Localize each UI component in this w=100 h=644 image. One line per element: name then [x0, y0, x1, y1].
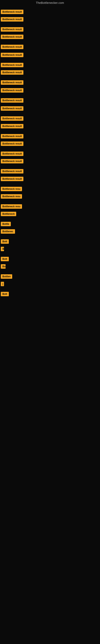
bottleneck-label: Bottleneck result [1, 63, 23, 67]
bottleneck-label: Bottleneck [1, 212, 16, 216]
bottleneck-row: Bottleneck result [1, 17, 23, 22]
bottleneck-label: Bottleneck result [1, 98, 23, 103]
bottleneck-label: Bottleneck result [1, 116, 23, 121]
bottleneck-row: Bottleneck result [1, 106, 23, 112]
bottleneck-label: Bo [1, 264, 6, 269]
bottleneck-row: Bottleneck resu [1, 187, 22, 192]
bottleneck-label: Bott [1, 257, 9, 261]
bottleneck-label: Bottleneck result [1, 45, 23, 49]
site-title: TheBottlenecker.com [0, 0, 100, 6]
bottleneck-label: B [1, 247, 4, 251]
bottleneck-label: Bottleneck resu [1, 194, 22, 199]
bottleneck-row: Bottleneck result [1, 45, 23, 50]
bottleneck-row: Bottleneck result [1, 80, 23, 86]
bottleneck-label: Bottleneck result [1, 80, 23, 85]
bottleneck-row: Bottleneck result [1, 63, 23, 68]
bottleneck-row: Bottleneck result [1, 27, 23, 32]
bottleneck-label: Bottleneck result [1, 159, 23, 164]
bottleneck-label: | [1, 282, 4, 286]
bottleneck-label: Bottleneck result [1, 27, 23, 32]
bottleneck-row: | [1, 282, 4, 287]
bottleneck-row: Bottleneck [1, 212, 16, 217]
bottleneck-label: Bottleneck result [1, 88, 23, 92]
bottleneck-row: B [1, 247, 4, 252]
bottleneck-label: Bottleneck result [1, 10, 23, 14]
bottleneck-row: Bottleneck result [1, 177, 23, 182]
bottleneck-row: Bott [1, 292, 9, 297]
bottleneck-label: Bottlenec [1, 229, 15, 234]
bottleneck-row: Bottleneck result [1, 159, 23, 164]
bottleneck-label: Bottleneck resu [1, 204, 22, 209]
bottleneck-row: Bottleneck result [1, 124, 23, 129]
bottleneck-label: Bottleneck result [1, 17, 23, 22]
bottleneck-row: Bottleneck result [1, 34, 23, 40]
bottleneck-row: Bottleneck result [1, 142, 23, 147]
bottleneck-label: Bottle [1, 222, 11, 226]
bottleneck-row: Bott [1, 239, 9, 244]
bottleneck-row: Bottleneck result [1, 88, 23, 94]
bottleneck-row: Bottleneck result [1, 116, 23, 122]
bottleneck-row: Bottleneck resu [1, 204, 22, 210]
bottleneck-row: Bottlenec [1, 229, 15, 234]
bottleneck-label: Bottleneck result [1, 53, 23, 57]
bottleneck-row: Bottleneck result [1, 53, 23, 58]
site-title-container: TheBottlenecker.com [0, 0, 100, 6]
bottleneck-label: Bottlen [1, 274, 12, 279]
bottleneck-label: Bottleneck result [1, 124, 23, 128]
bottleneck-label: Bott [1, 292, 9, 296]
bottleneck-label: Bottleneck result [1, 177, 23, 181]
bottleneck-label: Bott [1, 239, 9, 244]
bottleneck-label: Bottleneck result [1, 70, 23, 75]
bottleneck-row: Bottleneck result [1, 10, 23, 15]
bottleneck-row: Bottleneck result [1, 98, 23, 104]
bottleneck-label: Bottleneck result [1, 142, 23, 146]
bottleneck-row: Bottleneck result [1, 134, 23, 139]
bottleneck-row: Bott [1, 257, 9, 262]
bottleneck-row: Bottleneck result [1, 70, 23, 76]
bottleneck-row: Bottleneck result [1, 169, 23, 174]
bottleneck-row: Bo [1, 264, 6, 270]
bottleneck-label: Bottleneck result [1, 152, 23, 156]
bottleneck-row: Bottle [1, 222, 11, 227]
bottleneck-label: Bottleneck result [1, 34, 23, 39]
bottleneck-row: Bottlen [1, 274, 12, 280]
bottleneck-label: Bottleneck result [1, 106, 23, 111]
bottleneck-row: Bottleneck result [1, 152, 23, 157]
bottleneck-label: Bottleneck result [1, 134, 23, 138]
bottleneck-label: Bottleneck result [1, 169, 23, 174]
bottleneck-row: Bottleneck resu [1, 194, 22, 200]
bottleneck-label: Bottleneck resu [1, 187, 22, 191]
